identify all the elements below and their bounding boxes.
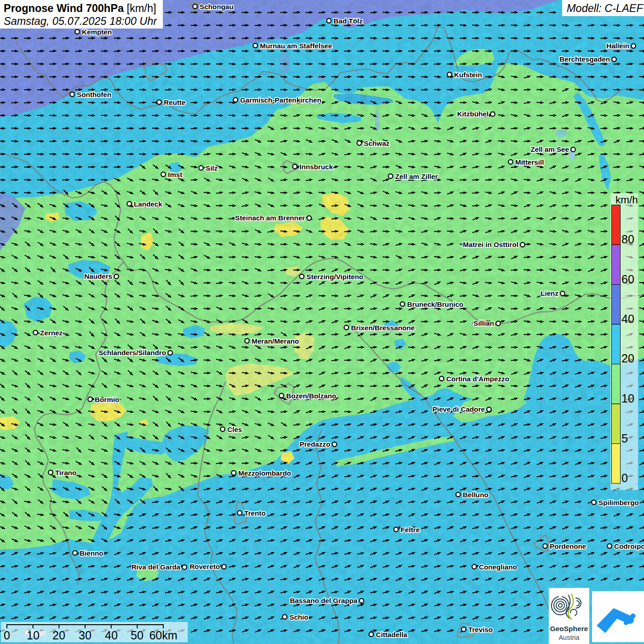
svg-text:20: 20 [52, 629, 65, 642]
svg-text:Codroipo: Codroipo [614, 542, 644, 550]
svg-text:Conegliano: Conegliano [479, 563, 517, 571]
svg-text:Kempten: Kempten [82, 28, 112, 36]
svg-text:5: 5 [621, 432, 628, 445]
svg-text:Bozen/Bolzano: Bozen/Bolzano [286, 392, 336, 400]
svg-text:Zell am See: Zell am See [530, 145, 569, 153]
svg-text:Zell am Ziller: Zell am Ziller [395, 172, 438, 180]
svg-text:Spilimbergo: Spilimbergo [598, 499, 639, 506]
svg-text:Silz: Silz [206, 164, 218, 172]
svg-text:Prognose Wind 700hPa [km/h]: Prognose Wind 700hPa [km/h] [4, 2, 156, 14]
svg-text:Tirano: Tirano [55, 469, 76, 477]
svg-text:Imst: Imst [168, 171, 182, 178]
svg-text:Innsbruck: Innsbruck [299, 163, 333, 171]
svg-text:Cittadella: Cittadella [376, 631, 408, 638]
svg-text:40: 40 [621, 312, 634, 325]
svg-text:80: 80 [621, 233, 634, 246]
svg-text:Feltre: Feltre [401, 526, 420, 534]
svg-text:Berchtesgaden: Berchtesgaden [559, 55, 610, 63]
svg-text:Meran/Merano: Meran/Merano [252, 337, 299, 345]
svg-text:Mittersill: Mittersill [515, 158, 544, 166]
svg-text:10: 10 [621, 392, 634, 405]
svg-text:Reutte: Reutte [164, 98, 185, 106]
svg-text:Hallein: Hallein [606, 42, 629, 50]
svg-text:Schlanders/Silandro: Schlanders/Silandro [98, 349, 166, 356]
svg-text:Kufstein: Kufstein [454, 71, 482, 79]
svg-text:Treviso: Treviso [468, 626, 493, 633]
svg-text:Bad Tölz: Bad Tölz [334, 17, 363, 25]
svg-text:Garmisch-Partenkirchen: Garmisch-Partenkirchen [240, 96, 321, 104]
svg-text:30: 30 [79, 629, 92, 642]
svg-text:Austria: Austria [558, 634, 580, 641]
svg-text:Cortina d'Ampezzo: Cortina d'Ampezzo [446, 375, 509, 383]
svg-text:Predazzo: Predazzo [299, 440, 330, 448]
svg-text:40: 40 [105, 629, 118, 642]
svg-text:Schongau: Schongau [200, 3, 233, 11]
svg-text:Modell: C-LAEF: Modell: C-LAEF [567, 2, 644, 14]
svg-text:Sterzing/Vipiteno: Sterzing/Vipiteno [306, 273, 363, 281]
svg-text:km/h: km/h [615, 194, 638, 206]
svg-text:Nauders: Nauders [84, 272, 112, 280]
svg-text:Schio: Schio [289, 613, 308, 621]
svg-text:60km: 60km [149, 629, 177, 642]
svg-text:Rovereto: Rovereto [190, 563, 220, 570]
svg-text:Bormio: Bormio [95, 396, 119, 403]
svg-text:Mezzolombardo: Mezzolombardo [238, 469, 291, 477]
svg-text:Bassano del Grappa: Bassano del Grappa [290, 597, 357, 604]
svg-text:Matrei in Osttirol: Matrei in Osttirol [463, 241, 518, 248]
svg-text:Lienz: Lienz [540, 289, 558, 297]
svg-text:Pordenone: Pordenone [550, 542, 586, 550]
svg-text:Cles: Cles [227, 426, 242, 433]
svg-text:Trento: Trento [244, 509, 265, 517]
svg-text:Schwaz: Schwaz [364, 139, 390, 147]
svg-text:Bienno: Bienno [80, 549, 103, 557]
svg-text:Zernez: Zernez [40, 329, 63, 337]
svg-text:20: 20 [621, 352, 634, 365]
svg-text:Bruneck/Brunico: Bruneck/Brunico [407, 300, 463, 308]
svg-text:10: 10 [27, 629, 40, 642]
svg-text:0: 0 [4, 629, 10, 642]
svg-text:Samstag, 05.07.2025 18:00 Uhr: Samstag, 05.07.2025 18:00 Uhr [4, 15, 157, 27]
svg-text:60: 60 [621, 273, 634, 286]
svg-text:GeoSphere: GeoSphere [550, 625, 588, 632]
svg-text:Brixen/Bressanone: Brixen/Bressanone [351, 324, 414, 332]
svg-text:Pieve di Cadore: Pieve di Cadore [432, 405, 485, 413]
svg-text:Belluno: Belluno [463, 491, 489, 499]
svg-text:Riva del Garda: Riva del Garda [132, 563, 181, 571]
svg-text:Landeck: Landeck [134, 200, 162, 208]
svg-text:Murnau am Staffelsee: Murnau am Staffelsee [260, 42, 332, 50]
svg-text:Steinach am Brenner: Steinach am Brenner [235, 214, 305, 222]
svg-text:Sonthofen: Sonthofen [77, 91, 111, 98]
svg-text:Kitzbühel: Kitzbühel [457, 110, 489, 118]
svg-text:50: 50 [131, 629, 144, 642]
svg-text:Sillian: Sillian [473, 319, 494, 327]
svg-text:0: 0 [621, 472, 628, 484]
